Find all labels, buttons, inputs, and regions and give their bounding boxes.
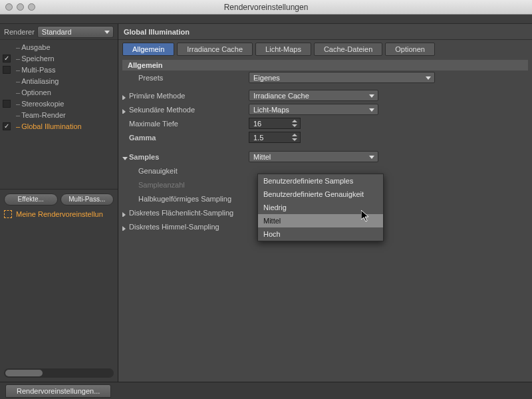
effects-button[interactable]: Effekte...	[4, 194, 58, 205]
gamma-value: 1.5	[253, 134, 263, 142]
menu-item-medium[interactable]: Mittel	[258, 214, 383, 227]
primary-method-value: Irradiance Cache	[253, 92, 309, 100]
window-titlebar: Rendervoreinstellungen	[0, 0, 532, 15]
toolbar-drag-area[interactable]	[0, 15, 532, 24]
my-render-preset[interactable]: Meine Rendervoreinstellun	[0, 209, 118, 221]
renderer-label: Renderer	[4, 28, 35, 36]
tab-bar: Allgemein Irradiance Cache Licht-Maps Ca…	[118, 40, 532, 59]
samples-dropdown-menu: Benutzerdefinierte Samples Benutzerdefin…	[257, 174, 384, 241]
secondary-method-label[interactable]: Sekundäre Methode	[122, 106, 249, 114]
samples-dropdown[interactable]: Mittel	[249, 151, 378, 162]
tab-licht-maps[interactable]: Licht-Maps	[255, 43, 311, 56]
sidebar-item-teamrender[interactable]: – Team-Render	[0, 109, 118, 120]
sidebar-item-label: Ausgabe	[21, 43, 50, 51]
sidebar-item-label: Global Illumination	[21, 122, 82, 130]
checkbox-blank	[3, 77, 11, 85]
sidebar-item-ausgabe[interactable]: – Ausgabe	[0, 41, 118, 53]
multipass-button[interactable]: Multi-Pass...	[61, 194, 114, 205]
checkbox-unchecked[interactable]	[3, 100, 11, 108]
primary-method-label[interactable]: Primäre Methode	[122, 92, 249, 100]
checkbox-blank	[3, 43, 11, 51]
sidebar-item-optionen[interactable]: – Optionen	[0, 86, 118, 98]
preset-icon	[4, 210, 12, 218]
menu-item-high[interactable]: Hoch	[258, 227, 383, 241]
gamma-label: Gamma	[122, 134, 249, 142]
samples-value: Mittel	[253, 153, 271, 161]
checkbox-unchecked[interactable]	[3, 66, 11, 74]
menu-item-custom-samples[interactable]: Benutzerdefinierte Samples	[258, 174, 383, 188]
sidebar: Renderer Standard – Ausgabe – Speichern …	[0, 24, 118, 382]
sidebar-item-antialiasing[interactable]: – Antialiasing	[0, 75, 118, 86]
status-bar: Rendervoreinstellungen...	[0, 382, 532, 399]
sidebar-item-label: Team-Render	[21, 111, 66, 119]
sidebar-item-stereoskopie[interactable]: – Stereoskopie	[0, 98, 118, 109]
render-settings-tree: – Ausgabe – Speichern – Multi-Pass – Ant…	[0, 40, 118, 189]
menu-item-low[interactable]: Niedrig	[258, 201, 383, 214]
sample-count-label: Sampleanzahl	[122, 181, 249, 189]
sub-heading: Allgemein	[122, 60, 528, 70]
max-depth-label: Maximale Tiefe	[122, 120, 249, 128]
tab-optionen[interactable]: Optionen	[385, 43, 435, 56]
checkbox-checked[interactable]	[3, 122, 11, 130]
renderer-dropdown[interactable]: Standard	[37, 26, 114, 38]
accuracy-label: Genauigkeit	[122, 167, 249, 175]
primary-method-dropdown[interactable]: Irradiance Cache	[249, 90, 378, 101]
checkbox-blank	[3, 88, 11, 96]
tab-cache-dateien[interactable]: Cache-Dateien	[314, 43, 382, 56]
menu-item-custom-accuracy[interactable]: Benutzerdefinierte Genauigkeit	[258, 188, 383, 201]
sidebar-hscrollbar[interactable]	[4, 368, 114, 378]
window-title: Rendervoreinstellungen	[0, 3, 532, 12]
sidebar-item-label: Antialiasing	[21, 77, 59, 85]
sidebar-item-multipass[interactable]: – Multi-Pass	[0, 64, 118, 75]
sidebar-item-speichern[interactable]: – Speichern	[0, 53, 118, 64]
tab-allgemein[interactable]: Allgemein	[122, 43, 174, 56]
secondary-method-dropdown[interactable]: Licht-Maps	[249, 104, 378, 115]
hemispherical-sampling-label: Halbkugelförmiges Sampling	[122, 195, 249, 203]
sky-sampling-label[interactable]: Diskretes Himmel-Sampling	[122, 223, 249, 231]
sidebar-item-label: Optionen	[21, 88, 51, 96]
checkbox-blank	[3, 111, 11, 119]
gamma-spinner[interactable]: 1.5	[249, 132, 301, 143]
presets-dropdown[interactable]: Eigenes	[249, 72, 435, 83]
scrollbar-thumb[interactable]	[5, 370, 43, 376]
status-tab[interactable]: Rendervoreinstellungen...	[5, 384, 111, 398]
sidebar-item-label: Speichern	[21, 55, 55, 63]
checkbox-checked[interactable]	[3, 55, 11, 63]
presets-value: Eigenes	[253, 74, 280, 82]
renderer-value: Standard	[42, 28, 72, 36]
presets-label: Presets	[122, 74, 249, 82]
samples-header[interactable]: Samples	[122, 153, 249, 161]
max-depth-value: 16	[253, 120, 261, 128]
sidebar-item-label: Multi-Pass	[21, 66, 55, 74]
sidebar-item-global-illumination[interactable]: – Global Illumination	[0, 120, 118, 132]
panel-heading: Global Illumination	[118, 24, 532, 40]
max-depth-spinner[interactable]: 16	[249, 118, 301, 129]
secondary-method-value: Licht-Maps	[253, 106, 289, 114]
area-light-sampling-label[interactable]: Diskretes Flächenlicht-Sampling	[122, 209, 249, 217]
preset-label: Meine Rendervoreinstellun	[16, 210, 103, 218]
tab-irradiance-cache[interactable]: Irradiance Cache	[177, 43, 253, 56]
sidebar-item-label: Stereoskopie	[21, 100, 64, 108]
